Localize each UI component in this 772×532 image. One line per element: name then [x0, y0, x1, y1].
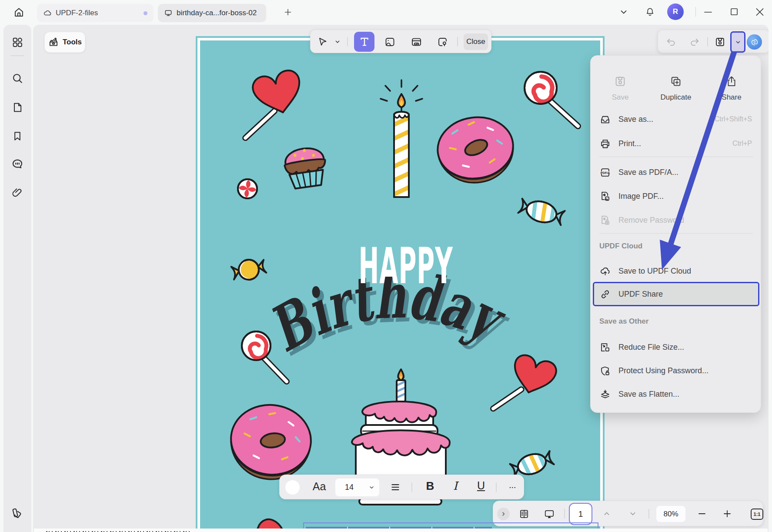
previous-page-chevron[interactable]: [601, 508, 612, 519]
maximize-button[interactable]: [729, 6, 740, 17]
apps-grid-icon[interactable]: [11, 36, 24, 49]
tab-birthday-card[interactable]: birthday-ca...for-boss-02: [158, 4, 266, 22]
menu-item-save-to-updf-cloud[interactable]: Save to UPDF Cloud: [591, 259, 762, 283]
page-number-value: 1: [578, 509, 583, 519]
menu-duplicate-button[interactable]: Duplicate: [650, 64, 702, 112]
menu-item-label: Protect Using Password...: [618, 366, 709, 375]
share-icon: [725, 75, 738, 88]
menu-save-button[interactable]: Save: [594, 64, 646, 112]
toolbar-divider: [347, 37, 348, 47]
link-tool[interactable]: [410, 36, 422, 48]
menu-item-print[interactable]: Print... Ctrl+P: [591, 132, 762, 155]
comments-icon[interactable]: [11, 157, 24, 171]
remove-password-icon: [599, 214, 611, 226]
text-format-toolbar: Aa 14 B I U ...: [279, 475, 524, 499]
page-layout-icon[interactable]: [518, 508, 530, 519]
next-page-chevron[interactable]: [627, 508, 638, 519]
collapse-toolbar-chevron[interactable]: [618, 6, 629, 17]
menu-item-updf-share[interactable]: UPDF Share: [591, 282, 762, 306]
zoom-in-button[interactable]: [722, 508, 733, 519]
zoom-out-button[interactable]: [696, 508, 708, 519]
image-pdf-icon: [599, 191, 611, 202]
menu-item-save-as-pdfa[interactable]: PDF/A Save as PDF/A...: [591, 161, 762, 184]
bookmark-icon[interactable]: [11, 130, 24, 143]
menu-item-label: Print...: [618, 139, 641, 148]
avatar[interactable]: R: [667, 3, 684, 20]
page-number-input[interactable]: 1: [569, 503, 592, 525]
image-tool[interactable]: [384, 36, 396, 48]
tools-button[interactable]: Tools: [44, 32, 85, 53]
menu-section-updf-cloud: UPDF Cloud: [599, 242, 642, 251]
ai-assistant-icon[interactable]: [747, 34, 762, 50]
avatar-initial: R: [673, 7, 678, 16]
menu-item-reduce-file-size[interactable]: Reduce File Size...: [591, 335, 762, 359]
bold-button[interactable]: B: [422, 479, 438, 493]
more-options-button[interactable]: ...: [504, 482, 521, 489]
menu-item-image-pdf[interactable]: Image PDF...: [591, 184, 762, 208]
tools-button-label: Tools: [63, 38, 82, 47]
cloud-upload-icon: [599, 265, 611, 277]
statusbar-divider: [648, 509, 649, 519]
save-icon[interactable]: [714, 36, 726, 48]
expand-chevron-button[interactable]: [497, 508, 510, 520]
home-button[interactable]: [9, 3, 29, 21]
font-size-value: 14: [345, 483, 354, 492]
tab-unsaved-dot: [144, 11, 147, 15]
menu-duplicate-label: Duplicate: [661, 93, 692, 102]
presentation-icon[interactable]: [544, 508, 555, 519]
text-tool-active[interactable]: [354, 32, 374, 52]
pdfa-badge-text: PDF/A: [601, 171, 610, 174]
minimize-button[interactable]: [702, 6, 714, 17]
save-disk-icon: [614, 75, 627, 88]
select-tool-chevron[interactable]: [331, 36, 344, 48]
undo-icon[interactable]: [665, 36, 677, 48]
redo-icon[interactable]: [688, 36, 701, 48]
content-panel: Birthday Birthday HAPPY Tools Close: [33, 25, 769, 532]
edit-toolbar: Close: [310, 30, 491, 53]
font-size-select[interactable]: 14: [335, 478, 379, 496]
menu-item-label: Image PDF...: [618, 192, 664, 201]
pages-icon[interactable]: [11, 101, 24, 114]
save-toolbar: [658, 30, 769, 53]
location-tool[interactable]: [436, 36, 448, 48]
attachment-icon[interactable]: [11, 186, 24, 199]
shield-lock-icon: [599, 365, 611, 377]
search-icon[interactable]: [11, 72, 24, 85]
menu-item-label: UPDF Share: [618, 290, 663, 299]
notifications-bell-icon[interactable]: [644, 6, 655, 17]
swatches-icon[interactable]: [11, 507, 24, 520]
italic-button[interactable]: I: [448, 479, 463, 492]
titlebar: UPDF-2-files birthday-ca...for-boss-02 R: [0, 0, 772, 24]
close-window-button[interactable]: [754, 6, 765, 17]
menu-item-label: Remove Password: [618, 216, 684, 225]
menu-item-label: Save as Flatten...: [618, 390, 679, 399]
zoom-level[interactable]: 80%: [656, 506, 685, 522]
menu-share-button[interactable]: Share: [705, 64, 758, 112]
home-icon: [13, 7, 25, 18]
toolbar-divider: [707, 37, 708, 47]
underline-button[interactable]: U: [473, 479, 489, 492]
document-page[interactable]: Birthday Birthday HAPPY: [196, 36, 605, 532]
actual-size-button[interactable]: 1:1: [751, 509, 763, 520]
menu-item-save-as-flatten[interactable]: Save as Flatten...: [591, 382, 762, 406]
cutoff-dialog-strip: [34, 529, 768, 532]
save-options-dropdown[interactable]: [730, 31, 745, 53]
print-icon: [599, 138, 611, 150]
card-subtitle: HAPPY: [359, 242, 423, 290]
menu-item-label: Save as...: [618, 115, 653, 124]
tab-updf-2-files[interactable]: UPDF-2-files: [37, 4, 154, 22]
menu-item-remove-password[interactable]: Remove Password: [591, 208, 762, 232]
font-style-aa[interactable]: Aa: [310, 480, 328, 493]
menu-item-save-as[interactable]: Save as... Ctrl+Shift+S: [591, 107, 762, 131]
new-tab-button[interactable]: [282, 7, 294, 17]
monitor-icon: [164, 9, 173, 17]
font-size-chevron: [368, 484, 375, 491]
align-icon[interactable]: [389, 481, 401, 493]
menu-item-label: Save to UPDF Cloud: [618, 267, 691, 276]
close-toolbar-button[interactable]: Close: [464, 33, 488, 50]
text-color-swatch[interactable]: [285, 480, 300, 495]
link-icon: [599, 288, 611, 300]
menu-item-protect-using-password[interactable]: Protect Using Password...: [591, 359, 762, 382]
select-tool[interactable]: [317, 36, 329, 48]
actual-size-label: 1:1: [754, 512, 761, 517]
